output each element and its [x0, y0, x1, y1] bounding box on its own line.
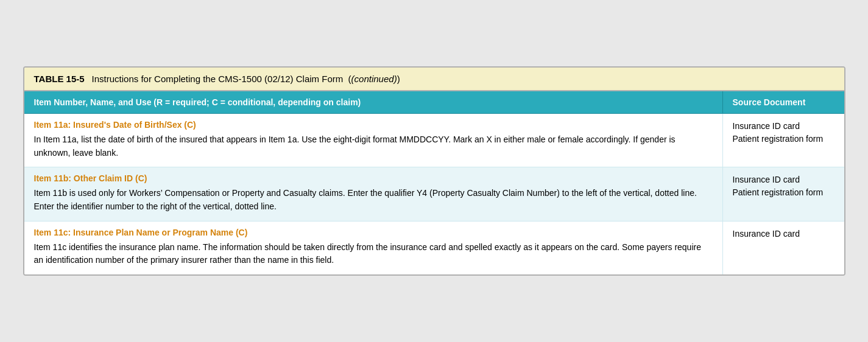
table-row: Item 11b: Other Claim ID (C) Item 11b is… — [24, 167, 844, 221]
title-continued: (continued) — [351, 74, 397, 84]
item-title: Item 11c: Insurance Plan Name or Program… — [34, 228, 713, 237]
cell-source: Insurance ID cardPatient registration fo… — [722, 167, 844, 220]
table-row: Item 11c: Insurance Plan Name or Program… — [24, 222, 844, 274]
cms-table: TABLE 15-5 Instructions for Completing t… — [23, 66, 845, 276]
item-desc: Item 11c identifies the insurance plan n… — [34, 241, 713, 267]
column-header-row: Item Number, Name, and Use (R = required… — [24, 91, 844, 114]
cell-source: Insurance ID cardPatient registration fo… — [722, 114, 844, 167]
table-title-text: Instructions for Completing the CMS-1500… — [92, 74, 400, 84]
table-title-row: TABLE 15-5 Instructions for Completing t… — [24, 68, 844, 91]
col-header-source: Source Document — [722, 91, 844, 113]
cell-main: Item 11a: Insured's Date of Birth/Sex (C… — [24, 114, 722, 167]
item-desc: Item 11b is used only for Workers’ Compe… — [34, 187, 713, 213]
table-row: Item 11a: Insured's Date of Birth/Sex (C… — [24, 114, 844, 167]
table-title-label: TABLE 15-5 — [34, 74, 85, 84]
col-header-main: Item Number, Name, and Use (R = required… — [24, 91, 722, 113]
item-title: Item 11a: Insured's Date of Birth/Sex (C… — [34, 120, 713, 130]
cell-source: Insurance ID card — [722, 222, 844, 274]
cell-main: Item 11c: Insurance Plan Name or Program… — [24, 222, 722, 274]
item-title: Item 11b: Other Claim ID (C) — [34, 173, 713, 183]
item-desc: In Item 11a, list the date of birth of t… — [34, 133, 713, 159]
cell-main: Item 11b: Other Claim ID (C) Item 11b is… — [24, 167, 722, 220]
